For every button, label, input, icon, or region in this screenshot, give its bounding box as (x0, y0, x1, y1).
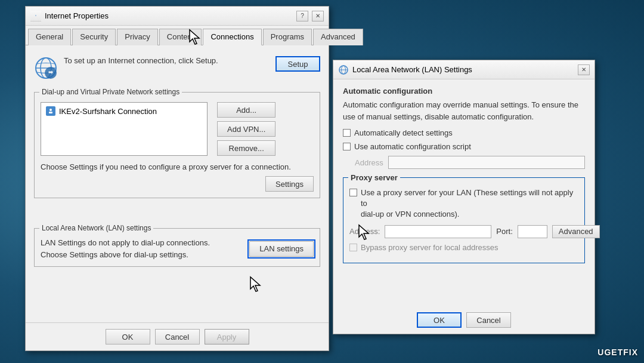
port-label: Port: (496, 227, 512, 236)
proxy-input-row: Address: Port: 80 Advanced (349, 225, 578, 238)
vpn-listbox[interactable]: IKEv2-Surfshark Connection (41, 102, 208, 156)
proxy-configure-area: Choose Settings if you need to configure… (41, 162, 314, 192)
auto-detect-checkbox[interactable] (343, 129, 351, 137)
internet-properties-dialog: Internet Properties ? ✕ General Security… (25, 6, 329, 351)
globe-icon (34, 56, 58, 80)
close-button[interactable]: ✕ (312, 11, 324, 21)
auto-config-desc: Automatic configuration may override man… (343, 99, 585, 122)
proxy-section: Proxy server Use a proxy server for your… (343, 177, 585, 263)
proxy-addr-input[interactable] (385, 225, 491, 238)
lan-section-title: Local Area Network (LAN) settings (39, 224, 153, 232)
lan-settings-title: Local Area Network (LAN) Settings (352, 65, 574, 74)
proxy-addr-label: Address: (349, 227, 380, 236)
lan-settings-bottom-buttons: OK Cancel (333, 306, 595, 334)
lan-settings-button[interactable]: LAN settings (249, 241, 314, 257)
tab-connections[interactable]: Connections (203, 29, 261, 45)
proxy-use-label: Use a proxy server for your LAN (These s… (361, 187, 578, 220)
lan-desc: LAN Settings do not apply to dial-up con… (41, 237, 210, 260)
bypass-row: Bypass proxy server for local addresses (349, 243, 578, 252)
lan-close-button[interactable]: ✕ (578, 64, 590, 75)
vpn-item[interactable]: IKEv2-Surfshark Connection (44, 105, 205, 117)
auto-script-row: Use automatic configuration script (343, 142, 585, 151)
tab-programs[interactable]: Programs (263, 29, 312, 45)
internet-props-titlebar: Internet Properties ? ✕ (26, 7, 329, 26)
bypass-label: Bypass proxy server for local addresses (361, 243, 498, 252)
internet-props-title: Internet Properties (45, 11, 293, 20)
proxy-use-row: Use a proxy server for your LAN (These s… (349, 187, 578, 220)
vpn-item-label: IKEv2-Surfshark Connection (59, 107, 157, 116)
svg-rect-11 (49, 112, 52, 113)
internet-props-content: To set up an Internet connection, click … (26, 45, 329, 345)
setup-text: To set up an Internet connection, click … (64, 56, 218, 65)
auto-detect-row: Automatically detect settings (343, 128, 585, 137)
settings-button[interactable]: Settings (265, 176, 314, 192)
dialup-row: IKEv2-Surfshark Connection Add... Add VP… (41, 102, 314, 156)
setup-area: To set up an Internet connection, click … (34, 53, 320, 84)
proxy-use-checkbox[interactable] (349, 189, 357, 196)
tab-privacy[interactable]: Privacy (117, 29, 158, 45)
add-vpn-button[interactable]: Add VPN... (217, 121, 275, 137)
proxy-section-title: Proxy server (348, 173, 400, 182)
lan-settings-dialog: Local Area Network (LAN) Settings ✕ Auto… (333, 60, 595, 334)
lan-section: Local Area Network (LAN) settings LAN Se… (34, 228, 320, 267)
auto-config-title: Automatic configuration (343, 87, 585, 96)
lan-settings-icon (338, 64, 349, 75)
setup-button[interactable]: Setup (275, 56, 320, 72)
tab-bar: General Security Privacy Content Connect… (26, 26, 329, 45)
dialup-section-title: Dial-up and Virtual Private Network sett… (39, 88, 182, 96)
apply-button[interactable]: Apply (205, 329, 249, 344)
svg-point-10 (49, 109, 52, 111)
internet-props-icon (30, 11, 41, 21)
tab-security[interactable]: Security (72, 29, 116, 45)
internet-props-bottom-buttons: OK Cancel Apply (26, 322, 329, 350)
tab-content[interactable]: Content (159, 29, 202, 45)
advanced-button[interactable]: Advanced (552, 225, 600, 238)
lan-ok-button[interactable]: OK (417, 312, 462, 328)
address-row: Address (355, 156, 585, 169)
ok-button[interactable]: OK (106, 329, 150, 344)
auto-detect-label: Automatically detect settings (354, 128, 453, 137)
bypass-checkbox[interactable] (349, 244, 357, 251)
help-button[interactable]: ? (296, 11, 308, 21)
vpn-icon (46, 106, 55, 116)
dialup-buttons: Add... Add VPN... Remove... (217, 102, 275, 156)
address-input[interactable] (388, 156, 585, 169)
lan-settings-content: Automatic configuration Automatic config… (333, 79, 595, 317)
proxy-text: Choose Settings if you need to configure… (41, 162, 314, 173)
add-button[interactable]: Add... (217, 102, 275, 118)
auto-script-label: Use automatic configuration script (354, 142, 471, 151)
cancel-button[interactable]: Cancel (155, 329, 200, 344)
auto-config-section: Automatic configuration Automatic config… (343, 87, 585, 169)
tab-general[interactable]: General (28, 29, 71, 45)
watermark: UGETFIX (597, 347, 638, 357)
tab-advanced[interactable]: Advanced (313, 29, 363, 45)
dialup-section: Dial-up and Virtual Private Network sett… (34, 92, 320, 198)
setup-description: To set up an Internet connection, click … (64, 56, 270, 65)
address-label: Address (355, 158, 383, 167)
lan-settings-titlebar: Local Area Network (LAN) Settings ✕ (333, 60, 595, 79)
lan-cancel-button[interactable]: Cancel (466, 312, 511, 328)
remove-button[interactable]: Remove... (217, 140, 275, 156)
port-input[interactable]: 80 (518, 225, 547, 238)
auto-script-checkbox[interactable] (343, 143, 351, 150)
